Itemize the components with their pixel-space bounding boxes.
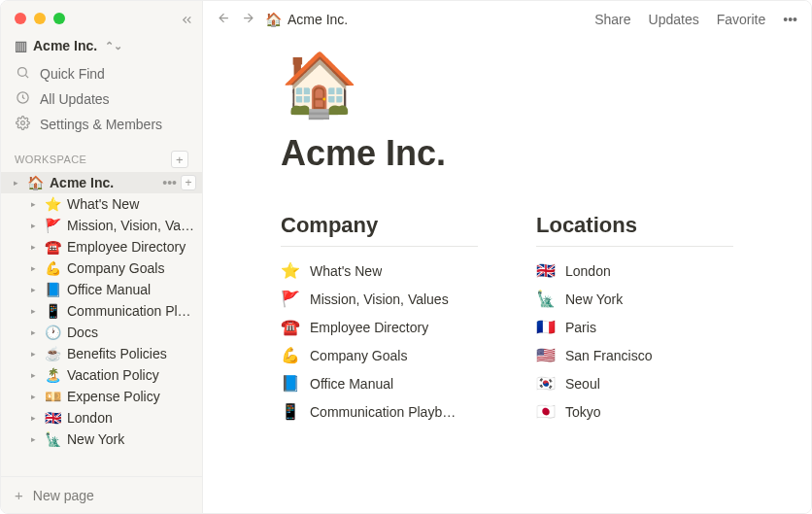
page-link[interactable]: ☎️Employee Directory xyxy=(281,313,478,341)
tree-item[interactable]: ▸💴Expense Policy xyxy=(1,386,202,407)
add-subpage-button[interactable]: + xyxy=(181,175,196,190)
page-icon: ☕ xyxy=(44,346,61,361)
workspace-switcher[interactable]: ▥ Acme Inc. ⌃⌄ xyxy=(1,32,202,61)
page-label: What's New xyxy=(67,196,196,212)
page-link[interactable]: 📘Office Manual xyxy=(281,369,478,397)
toggle-icon[interactable]: ▸ xyxy=(28,413,38,423)
tree-item[interactable]: ▸🏝️Vacation Policy xyxy=(1,364,202,386)
toggle-icon[interactable]: ▸ xyxy=(28,434,38,444)
minimize-window-button[interactable] xyxy=(34,13,46,24)
link-icon: 🇬🇧 xyxy=(536,261,556,280)
svg-point-3 xyxy=(20,121,24,125)
toggle-icon[interactable]: ▸ xyxy=(28,285,38,294)
page-label: New York xyxy=(67,431,196,447)
workspace-name: Acme Inc. xyxy=(33,38,97,53)
arrow-left-icon xyxy=(217,11,231,25)
clock-icon xyxy=(15,90,30,108)
page-link[interactable]: 🗽New York xyxy=(536,285,733,313)
toggle-icon[interactable]: ▸ xyxy=(11,178,20,188)
toggle-icon[interactable]: ▸ xyxy=(28,242,38,252)
page-label: Mission, Vision, Valu… xyxy=(67,218,196,233)
tree-item[interactable]: ▸🚩Mission, Vision, Valu… xyxy=(1,215,202,236)
page-link[interactable]: 🇰🇷Seoul xyxy=(536,369,733,397)
tree-root-acme[interactable]: ▸ 🏠 Acme Inc. ••• + xyxy=(1,172,202,193)
quick-find-button[interactable]: Quick Find xyxy=(1,61,202,86)
page-link[interactable]: 🚩Mission, Vision, Values xyxy=(281,285,478,313)
link-label: New York xyxy=(565,291,623,307)
tree-item[interactable]: ▸🕐Docs xyxy=(1,322,202,343)
locations-column: Locations 🇬🇧London🗽New York🇫🇷Paris🇺🇸San … xyxy=(536,213,733,426)
new-page-button[interactable]: + New page xyxy=(1,476,202,513)
page-link[interactable]: 🇯🇵Tokyo xyxy=(536,397,733,426)
search-icon xyxy=(15,65,30,83)
tree-item[interactable]: ▸💪Company Goals xyxy=(1,257,202,279)
page-icon: ⭐ xyxy=(44,196,61,212)
page-icon: 🕐 xyxy=(44,325,61,340)
breadcrumb[interactable]: 🏠 Acme Inc. xyxy=(265,12,348,27)
tree-item[interactable]: ▸📱Communication Play… xyxy=(1,300,202,322)
page-link[interactable]: 🇫🇷Paris xyxy=(536,313,733,341)
breadcrumb-icon: 🏠 xyxy=(265,12,282,27)
link-label: Seoul xyxy=(565,376,600,392)
link-icon: 🚩 xyxy=(281,290,300,308)
gear-icon xyxy=(15,116,30,133)
tree-item[interactable]: ▸🇬🇧London xyxy=(1,407,202,428)
more-actions-button[interactable]: ••• xyxy=(162,175,177,190)
link-label: Office Manual xyxy=(310,376,393,392)
main-area: 🏠 Acme Inc. Share Updates Favorite ••• 🏠… xyxy=(203,1,811,513)
link-icon: 💪 xyxy=(281,346,300,364)
arrow-right-icon xyxy=(241,11,255,25)
share-button[interactable]: Share xyxy=(594,12,630,27)
company-column: Company ⭐What's New🚩Mission, Vision, Val… xyxy=(281,213,478,426)
link-label: Tokyo xyxy=(565,404,601,420)
toggle-icon[interactable]: ▸ xyxy=(28,263,38,273)
page-label: Docs xyxy=(67,325,196,340)
quick-find-label: Quick Find xyxy=(40,66,105,82)
company-heading: Company xyxy=(281,213,478,238)
tree-item[interactable]: ▸🗽New York xyxy=(1,428,202,450)
maximize-window-button[interactable] xyxy=(53,13,65,24)
link-icon: 🇫🇷 xyxy=(536,318,556,336)
page-link[interactable]: 🇺🇸San Francisco xyxy=(536,341,733,369)
tree-item[interactable]: ▸📘Office Manual xyxy=(1,279,202,300)
collapse-sidebar-button[interactable] xyxy=(180,13,194,31)
toggle-icon[interactable]: ▸ xyxy=(28,392,38,401)
page-label: Expense Policy xyxy=(67,389,196,404)
toggle-icon[interactable]: ▸ xyxy=(28,370,38,380)
page-label: Communication Play… xyxy=(67,303,196,319)
divider xyxy=(281,246,478,247)
link-icon: ☎️ xyxy=(281,318,300,336)
more-menu-button[interactable]: ••• xyxy=(783,12,797,27)
tree-item[interactable]: ▸☎️Employee Directory xyxy=(1,236,202,257)
page-link[interactable]: 🇬🇧London xyxy=(536,257,733,285)
close-window-button[interactable] xyxy=(15,13,26,24)
page-link[interactable]: ⭐What's New xyxy=(281,257,478,285)
chevron-updown-icon: ⌃⌄ xyxy=(105,40,122,52)
page-hero-icon[interactable]: 🏠 xyxy=(281,53,733,116)
toggle-icon[interactable]: ▸ xyxy=(28,199,38,209)
page-icon: 📱 xyxy=(44,303,61,319)
link-icon: 📘 xyxy=(281,374,300,393)
tree-item[interactable]: ▸⭐What's New xyxy=(1,193,202,215)
nav-back-button[interactable] xyxy=(217,11,231,28)
link-label: San Francisco xyxy=(565,348,652,363)
page-link[interactable]: 💪Company Goals xyxy=(281,341,478,369)
add-page-button[interactable]: + xyxy=(171,151,188,168)
toggle-icon[interactable]: ▸ xyxy=(28,327,38,337)
toggle-icon[interactable]: ▸ xyxy=(28,221,38,230)
favorite-button[interactable]: Favorite xyxy=(717,12,766,27)
page-icon: 🏠 xyxy=(26,175,44,190)
page-icon: ☎️ xyxy=(44,239,61,255)
link-icon: 🇰🇷 xyxy=(536,374,556,393)
link-icon: ⭐ xyxy=(281,261,300,280)
nav-forward-button[interactable] xyxy=(241,11,255,28)
page-title[interactable]: Acme Inc. xyxy=(281,133,733,174)
settings-members-button[interactable]: Settings & Members xyxy=(1,112,202,137)
tree-item[interactable]: ▸☕Benefits Policies xyxy=(1,343,202,364)
page-label: Acme Inc. xyxy=(50,175,156,190)
page-link[interactable]: 📱Communication Playb… xyxy=(281,397,478,426)
updates-button[interactable]: Updates xyxy=(649,12,699,27)
toggle-icon[interactable]: ▸ xyxy=(28,306,38,316)
toggle-icon[interactable]: ▸ xyxy=(28,349,38,359)
all-updates-button[interactable]: All Updates xyxy=(1,86,202,112)
